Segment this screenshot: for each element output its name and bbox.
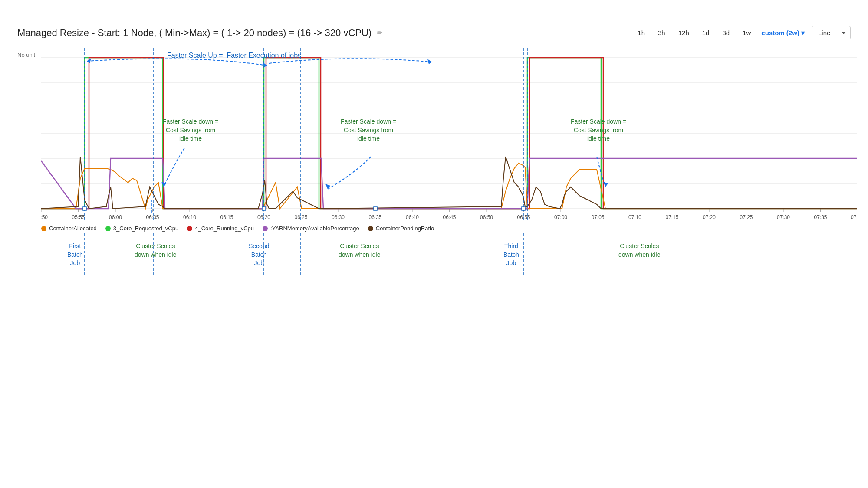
legend-dot-brown bbox=[368, 226, 373, 231]
legend-dot-red bbox=[187, 226, 192, 231]
chart-title: Managed Resize - Start: 1 Node, ( Min->M… bbox=[17, 27, 372, 39]
time-buttons: 1h 3h 12h 1d 3d 1w custom (2w) ▾ bbox=[635, 27, 805, 38]
svg-text:05:50: 05:50 bbox=[41, 214, 48, 220]
svg-text:06:30: 06:30 bbox=[332, 214, 345, 220]
annotation-batch-3: ThirdBatchJob bbox=[503, 242, 519, 268]
edit-icon[interactable]: ✏ bbox=[377, 29, 382, 37]
time-btn-3d[interactable]: 3d bbox=[720, 27, 732, 38]
svg-text:07:35: 07:35 bbox=[814, 214, 827, 220]
svg-rect-69 bbox=[522, 207, 525, 210]
annotation-cluster-down-1: Cluster Scalesdown when idle bbox=[135, 242, 177, 259]
svg-text:05:55: 05:55 bbox=[72, 214, 85, 220]
time-btn-custom[interactable]: custom (2w) ▾ bbox=[761, 29, 805, 37]
svg-text:07:05: 07:05 bbox=[591, 214, 604, 220]
controls-area: 1h 3h 12h 1d 3d 1w custom (2w) ▾ Line Ba… bbox=[635, 26, 851, 39]
chart-area: No unit 0 50 100 150 200 250 300 bbox=[17, 48, 851, 303]
svg-rect-68 bbox=[262, 207, 266, 210]
legend-dot-green bbox=[105, 226, 111, 231]
time-btn-1w[interactable]: 1w bbox=[740, 27, 753, 38]
legend-label-yarn: :YARNMemoryAvailablePercentage bbox=[270, 225, 359, 232]
svg-text:07:30: 07:30 bbox=[777, 214, 790, 220]
bottom-annotations: FirstBatchJob Cluster Scalesdown when id… bbox=[41, 233, 851, 303]
chart-svg-container: 0 50 100 150 200 250 300 bbox=[41, 48, 851, 222]
svg-text:06:00: 06:00 bbox=[109, 214, 122, 220]
legend-label-4core: 4_Core_Running_vCpu bbox=[195, 225, 254, 232]
svg-text:06:10: 06:10 bbox=[183, 214, 196, 220]
legend-item-pending: ContainerPendingRatio bbox=[368, 225, 434, 232]
svg-text:06:45: 06:45 bbox=[443, 214, 456, 220]
svg-rect-70 bbox=[374, 207, 377, 210]
chart-type-select[interactable]: Line Bar Area bbox=[812, 26, 851, 39]
annotation-cluster-down-3: Cluster Scalesdown when idle bbox=[618, 242, 661, 259]
legend: ContainerAllocated 3_Core_Requested_vCpu… bbox=[41, 225, 851, 232]
svg-text:06:15: 06:15 bbox=[220, 214, 233, 220]
svg-marker-73 bbox=[427, 59, 432, 64]
chart-svg: 0 50 100 150 200 250 300 bbox=[41, 48, 857, 222]
y-axis-label: No unit bbox=[17, 52, 35, 58]
legend-item-3core: 3_Core_Requested_vCpu bbox=[105, 225, 178, 232]
time-btn-3h[interactable]: 3h bbox=[655, 27, 668, 38]
svg-text:06:05: 06:05 bbox=[146, 214, 159, 220]
svg-text:07:15: 07:15 bbox=[665, 214, 678, 220]
legend-label-container-allocated: ContainerAllocated bbox=[49, 225, 97, 232]
legend-item-yarn: :YARNMemoryAvailablePercentage bbox=[263, 225, 359, 232]
legend-label-pending: ContainerPendingRatio bbox=[376, 225, 434, 232]
annotation-batch-1: FirstBatchJob bbox=[67, 242, 83, 268]
annotation-batch-2: SecondBatchJob bbox=[249, 242, 269, 268]
svg-text:07:25: 07:25 bbox=[740, 214, 753, 220]
svg-text:06:35: 06:35 bbox=[368, 214, 381, 220]
annotation-cluster-down-2: Cluster Scalesdown when idle bbox=[339, 242, 381, 259]
legend-label-3core: 3_Core_Requested_vCpu bbox=[113, 225, 178, 232]
legend-item-4core: 4_Core_Running_vCpu bbox=[187, 225, 254, 232]
legend-dot-purple bbox=[263, 226, 268, 231]
header-row: Managed Resize - Start: 1 Node, ( Min->M… bbox=[17, 26, 851, 39]
svg-text:06:40: 06:40 bbox=[406, 214, 419, 220]
time-btn-1d[interactable]: 1d bbox=[700, 27, 712, 38]
svg-text:07:20: 07:20 bbox=[703, 214, 716, 220]
svg-rect-67 bbox=[83, 207, 86, 210]
svg-text:06:50: 06:50 bbox=[480, 214, 493, 220]
legend-dot-orange bbox=[41, 226, 46, 231]
time-btn-1h[interactable]: 1h bbox=[635, 27, 648, 38]
title-area: Managed Resize - Start: 1 Node, ( Min->M… bbox=[17, 27, 382, 39]
svg-text:07:00: 07:00 bbox=[554, 214, 567, 220]
svg-text:07:40: 07:40 bbox=[851, 214, 857, 220]
time-btn-12h[interactable]: 12h bbox=[676, 27, 692, 38]
svg-marker-76 bbox=[603, 182, 608, 187]
legend-item-container-allocated: ContainerAllocated bbox=[41, 225, 97, 232]
